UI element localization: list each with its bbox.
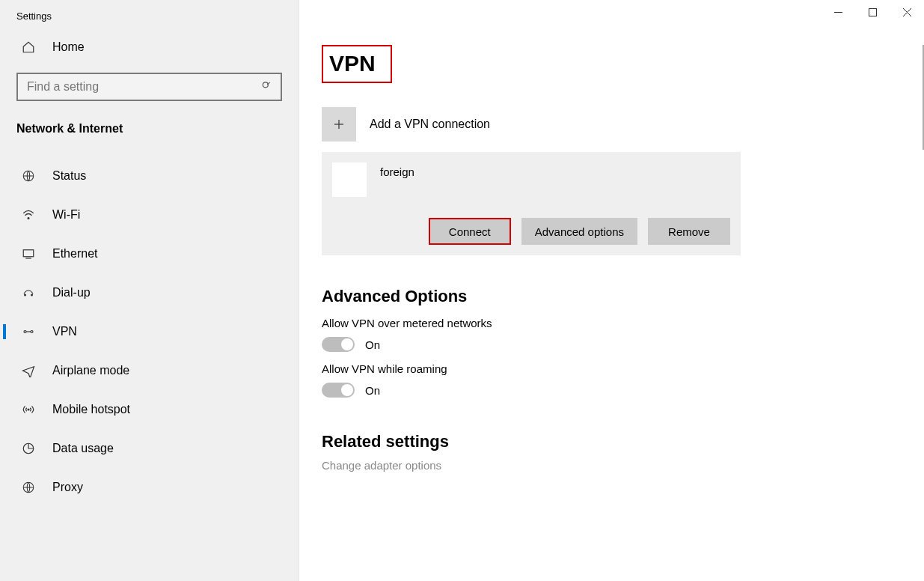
related-settings-heading: Related settings (322, 432, 894, 451)
metered-toggle[interactable] (322, 337, 355, 352)
search-input[interactable] (16, 73, 282, 101)
svg-rect-4 (23, 250, 34, 257)
metered-toggle-state: On (365, 338, 380, 351)
svg-point-11 (28, 409, 29, 410)
sidebar-item-label: Status (52, 169, 86, 183)
home-nav[interactable]: Home (0, 32, 299, 62)
home-label: Home (52, 40, 85, 54)
roaming-label: Allow VPN while roaming (322, 362, 894, 375)
add-vpn-row[interactable]: Add a VPN connection (322, 107, 894, 142)
search-icon (261, 81, 272, 94)
vpn-connection-name: foreign (380, 162, 414, 178)
page-title: VPN (322, 45, 392, 83)
svg-point-9 (31, 331, 33, 333)
remove-button[interactable]: Remove (648, 218, 730, 245)
app-title: Settings (0, 0, 299, 32)
sidebar-item-ethernet[interactable]: Ethernet (0, 234, 299, 273)
proxy-icon (21, 480, 36, 495)
change-adapter-options-link[interactable]: Change adapter options (322, 459, 894, 472)
window-minimize[interactable] (821, 0, 855, 24)
sidebar-item-airplane[interactable]: Airplane mode (0, 351, 299, 390)
sidebar-item-status[interactable]: Status (0, 156, 299, 195)
hotspot-icon (21, 402, 36, 417)
vpn-icon (21, 324, 36, 339)
svg-rect-15 (869, 8, 876, 16)
sidebar-item-proxy[interactable]: Proxy (0, 468, 299, 507)
sidebar-item-wifi[interactable]: Wi-Fi (0, 195, 299, 234)
sidebar-item-label: Ethernet (52, 247, 97, 261)
vpn-connection-card[interactable]: foreign Connect Advanced options Remove (322, 152, 741, 255)
sidebar-item-label: Dial-up (52, 286, 91, 299)
home-icon (21, 40, 36, 55)
advanced-options-heading: Advanced Options (322, 287, 894, 306)
nav-list: Status Wi-Fi Ethernet Dial-up (0, 156, 299, 507)
sidebar-item-label: Data usage (52, 442, 114, 455)
window-maximize[interactable] (855, 0, 890, 24)
plus-icon (322, 107, 356, 142)
sidebar-item-label: Airplane mode (52, 364, 129, 377)
advanced-options-button[interactable]: Advanced options (521, 218, 637, 245)
window-close[interactable] (890, 0, 924, 24)
sidebar-category: Network & Internet (0, 107, 299, 140)
airplane-icon (21, 363, 36, 378)
svg-point-7 (31, 294, 33, 296)
svg-point-8 (24, 331, 26, 333)
sidebar-item-label: VPN (52, 325, 77, 338)
datausage-icon (21, 441, 36, 456)
sidebar-item-hotspot[interactable]: Mobile hotspot (0, 390, 299, 429)
sidebar-item-dialup[interactable]: Dial-up (0, 273, 299, 312)
wifi-icon (21, 207, 36, 222)
main-content: VPN Add a VPN connection foreign Connect… (299, 0, 924, 581)
metered-label: Allow VPN over metered networks (322, 317, 894, 329)
settings-sidebar: Settings Home Network & Internet Status (0, 0, 299, 581)
sidebar-item-label: Wi-Fi (52, 208, 80, 222)
dialup-icon (21, 285, 36, 300)
add-vpn-label: Add a VPN connection (370, 118, 490, 131)
connect-button[interactable]: Connect (429, 218, 511, 245)
roaming-toggle-state: On (365, 384, 380, 397)
svg-point-6 (25, 294, 26, 296)
titlebar (821, 0, 924, 24)
status-icon (21, 168, 36, 183)
ethernet-icon (21, 246, 36, 261)
search-wrap (0, 62, 299, 107)
vpn-connection-icon (332, 162, 367, 197)
sidebar-item-vpn[interactable]: VPN (0, 312, 299, 351)
sidebar-item-label: Proxy (52, 481, 83, 494)
sidebar-item-datausage[interactable]: Data usage (0, 429, 299, 468)
roaming-toggle[interactable] (322, 383, 355, 398)
svg-point-3 (28, 218, 29, 219)
sidebar-item-label: Mobile hotspot (52, 403, 130, 416)
